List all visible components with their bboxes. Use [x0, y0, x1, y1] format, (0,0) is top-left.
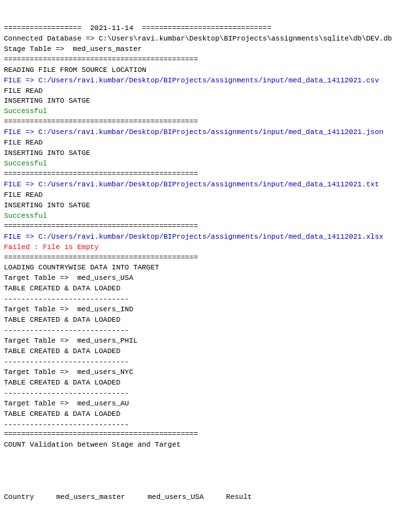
- console-line: TABLE CREATED & DATA LOADED: [4, 284, 416, 294]
- val-col-target-header: med_users_USA: [148, 492, 226, 503]
- console-line: Successful: [4, 159, 416, 169]
- console-line: ========================================…: [4, 253, 416, 264]
- console-line: TABLE CREATED & DATA LOADED: [4, 315, 416, 326]
- console-line: FILE READ: [4, 190, 416, 201]
- console-line: ========================================…: [4, 117, 416, 128]
- console-line: ========================================…: [4, 222, 416, 232]
- console-line: Target Table => med_users_USA: [4, 273, 416, 284]
- console-line: Target Table => med_users_PHIL: [4, 336, 416, 347]
- validation-header-row: Countrymed_users_mastermed_users_USAResu…: [4, 492, 416, 503]
- console-line: -----------------------------: [4, 388, 416, 399]
- console-line: Target Table => med_users_NYC: [4, 368, 416, 378]
- val-col-country: Country: [4, 492, 56, 503]
- validation-section: Countrymed_users_mastermed_users_USAResu…: [4, 471, 416, 514]
- console-line: TABLE CREATED & DATA LOADED: [4, 347, 416, 357]
- console-line: -----------------------------: [4, 294, 416, 305]
- console-line: READING FILE FROM SOURCE LOCATION: [4, 65, 416, 76]
- val-col-result-header: Result: [226, 493, 252, 501]
- console-line: Successful: [4, 107, 416, 117]
- console-line: FILE => C:/Users/ravi.kumbar/Desktop/BIP…: [4, 232, 416, 243]
- console-line: INSERTING INTO SATGE: [4, 148, 416, 159]
- console-line: LOADING COUNTRYWISE DATA INTO TARGET: [4, 263, 416, 273]
- console-line: Successful: [4, 211, 416, 222]
- console-line: FILE => C:/Users/ravi.kumbar/Desktop/BIP…: [4, 180, 416, 190]
- console-line: Target Table => med_users_AU: [4, 399, 416, 409]
- console-line: FILE => C:/Users/ravi.kumbar/Desktop/BIP…: [4, 128, 416, 138]
- console-line: TABLE CREATED & DATA LOADED: [4, 409, 416, 420]
- console-line: FILE => C:/Users/ravi.kumbar/Desktop/BIP…: [4, 76, 416, 86]
- console-line: ========================================…: [4, 169, 416, 180]
- console-line: ================== 2021-11-14 ==========…: [4, 24, 416, 34]
- console-line: Target Table => med_users_IND: [4, 305, 416, 315]
- console-line: -----------------------------: [4, 326, 416, 336]
- console-line: FILE READ: [4, 138, 416, 148]
- val-col-master: med_users_master: [56, 492, 148, 503]
- console-output: ================== 2021-11-14 ==========…: [4, 3, 416, 514]
- console-line: FILE READ: [4, 86, 416, 97]
- console-line: COUNT Validation between Stage and Targe…: [4, 440, 416, 451]
- console-line: Stage Table => med_users_master: [4, 44, 416, 55]
- console-line: INSERTING INTO SATGE: [4, 201, 416, 211]
- console-line: TABLE CREATED & DATA LOADED: [4, 378, 416, 388]
- console-line: ========================================…: [4, 430, 416, 440]
- console-line: Failed : File is Empty: [4, 243, 416, 253]
- console-line: Connected Database => C:\Users\ravi.kumb…: [4, 34, 416, 44]
- console-line: -----------------------------: [4, 420, 416, 430]
- console-line: INSERTING INTO SATGE: [4, 96, 416, 107]
- console-line: ========================================…: [4, 55, 416, 65]
- console-line: -----------------------------: [4, 357, 416, 368]
